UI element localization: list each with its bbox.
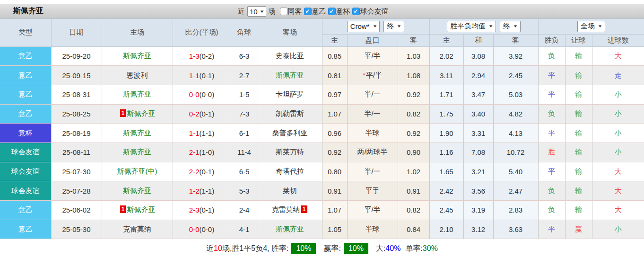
avg-period-select[interactable]: 终 ▼ [500, 21, 521, 32]
fulltime-score: 0-2 [189, 110, 200, 118]
goals-result-cell: 大 [592, 181, 644, 201]
summary-footer: 近10场,胜1平5负4, 胜率:10%赢率:10%大:40%单率:30% [0, 239, 644, 258]
summary-text: 大: [376, 244, 385, 254]
odds-period-select[interactable]: 终 ▼ [383, 21, 404, 32]
checkbox-checked-icon[interactable]: ✓ [304, 8, 312, 15]
match-table: 类型 日期 主场 比分(半场) 角球 客场 Crow* ▼ 终 ▼ [0, 19, 644, 239]
filter-意杯[interactable]: ✓意杯 [328, 7, 350, 16]
date-cell: 25-07-30 [51, 162, 102, 181]
checkbox-checked-icon[interactable]: ✓ [328, 8, 336, 15]
away-team-cell: 凯勒雷斯 [258, 104, 322, 124]
home-team-cell: 克雷莫纳 [102, 220, 173, 239]
league-type-cell: 意乙 [0, 85, 51, 104]
avg-odds-select[interactable]: 胜平负均值 ▼ [447, 21, 496, 32]
scope-select[interactable]: 全场 ▼ [577, 21, 605, 32]
handicap-cell: 平手 [347, 181, 398, 201]
league-type-cell: 球会友谊 [0, 181, 51, 201]
result-cell: 平 [538, 162, 565, 181]
goals-result-cell: 小 [592, 142, 644, 162]
filter-意乙[interactable]: ✓意乙 [304, 7, 326, 16]
home-team-cell: 1斯佩齐亚 [102, 104, 173, 124]
match-row: 球会友谊25-07-30斯佩齐亚(中)2-2(0-1)6-5奇塔代拉0.80半/… [0, 162, 644, 181]
goals-result-cell: 小 [592, 124, 644, 143]
subcol-odds-home: 主 [322, 34, 347, 46]
handicap-result-cell: 输 [565, 181, 592, 201]
odds-company-select[interactable]: Crow* ▼ [347, 21, 380, 32]
home-team-name: 斯佩齐亚 [123, 52, 151, 60]
col-header-date: 日期 [51, 19, 102, 46]
league-type-cell: 意乙 [0, 104, 51, 124]
avg-draw-cell: 3.56 [463, 181, 493, 201]
halftime-score: (1-1) [200, 129, 215, 137]
home-team-name: 斯佩齐亚 [123, 187, 151, 195]
home-team-name: 斯佩齐亚 [123, 90, 151, 98]
corner-cell: 4-1 [231, 220, 258, 239]
avg-header-group: 胜平负均值 ▼ 终 ▼ [429, 19, 538, 34]
col-header-score: 比分(半场) [173, 19, 231, 46]
away-team-name: 史泰比亚 [276, 52, 304, 60]
league-type-cell: 意乙 [0, 66, 51, 85]
match-row: 球会友谊25-08-11斯佩齐亚2-1(1-0)11-4斯莱万特0.92两/两球… [0, 142, 644, 162]
subcol-avg-draw: 和 [463, 34, 493, 46]
avg-lose-cell: 4.13 [493, 124, 538, 143]
avg-win-cell: 1.65 [429, 162, 463, 181]
checkbox-checked-icon[interactable]: ✓ [352, 8, 360, 15]
handicap-cell: *平/半 [347, 66, 398, 85]
handicap-cell: 半球 [347, 124, 398, 143]
match-row: 意乙25-05-30克雷莫纳0-0(0-0)4-1斯佩齐亚1.05半球0.842… [0, 220, 644, 239]
recent-count-select[interactable]: 10 ▼ [247, 6, 266, 17]
odds-home-cell: 0.91 [322, 181, 347, 201]
handicap-cell: 半球 [347, 220, 398, 239]
corner-cell: 2-7 [231, 66, 258, 85]
home-team-name: 斯佩齐亚 [127, 109, 156, 117]
avg-win-cell: 1.16 [429, 142, 463, 162]
odds-home-cell: 0.96 [322, 124, 347, 143]
halftime-score: (1-1) [200, 187, 215, 195]
score-cell: 2-2(0-1) [173, 162, 231, 181]
odds-away-cell: 0.82 [398, 201, 429, 220]
odds-away-cell: 0.91 [398, 181, 429, 201]
handicap-result-cell: 输 [565, 142, 592, 162]
chevron-down-icon: ▼ [488, 24, 494, 28]
match-row: 意乙25-08-251斯佩齐亚0-2(0-1)7-3凯勒雷斯1.07半/一0.8… [0, 104, 644, 124]
home-team-cell: 恩波利 [102, 66, 173, 85]
handicap-result-cell: 输 [565, 201, 592, 220]
avg-win-cell: 1.71 [429, 85, 463, 104]
home-team-cell: 斯佩齐亚 [102, 85, 173, 104]
avg-win-cell: 2.42 [429, 181, 463, 201]
handicap-cell: 平/半 [347, 46, 398, 66]
checkbox-unchecked-icon[interactable] [280, 8, 287, 15]
halftime-score: (1-0) [200, 148, 215, 156]
league-type-cell: 意乙 [0, 201, 51, 220]
odds-home-cell: 0.80 [322, 162, 347, 181]
date-cell: 25-08-31 [51, 85, 102, 104]
fulltime-score: 2-3 [189, 206, 200, 214]
subcol-goals-result: 进球数 [592, 34, 644, 46]
home-team-name: 恩波利 [127, 71, 148, 79]
avg-win-cell: 2.02 [429, 46, 463, 66]
red-card-badge: 1 [120, 109, 126, 117]
away-team-name: 卡坦萨罗 [276, 90, 304, 98]
filter-label: 意乙 [312, 7, 326, 16]
fulltime-score: 0-0 [189, 225, 200, 233]
goals-result-cell: 小 [592, 85, 644, 104]
halftime-score: (0-2) [200, 52, 215, 60]
filter-label: 意杯 [336, 7, 350, 16]
fulltime-score: 1-1 [189, 71, 200, 80]
odds-home-cell: 0.92 [322, 142, 347, 162]
avg-lose-cell: 4.82 [493, 104, 538, 124]
match-row: 意乙25-09-20斯佩齐亚1-3(0-2)6-3史泰比亚0.85平/半1.03… [0, 46, 644, 66]
away-team-name: 斯佩齐亚 [276, 225, 304, 233]
date-cell: 25-09-20 [51, 46, 102, 66]
fulltime-score: 1-3 [189, 52, 200, 60]
home-team-name: 斯佩齐亚 [127, 205, 156, 214]
chevron-down-icon: ▼ [372, 24, 377, 28]
result-cell: 平 [538, 124, 565, 143]
topbar-controls: 近 10 ▼ 场 同客✓意乙✓意杯✓球会友谊 [238, 4, 389, 19]
filter-球会友谊[interactable]: ✓球会友谊 [352, 7, 389, 16]
filter-label: 同客 [288, 7, 302, 16]
subcol-avg-lose: 客 [493, 34, 538, 46]
filter-同客[interactable]: 同客 [280, 7, 302, 16]
avg-lose-cell: 3.92 [493, 46, 538, 66]
goals-result-cell: 小 [592, 220, 644, 239]
